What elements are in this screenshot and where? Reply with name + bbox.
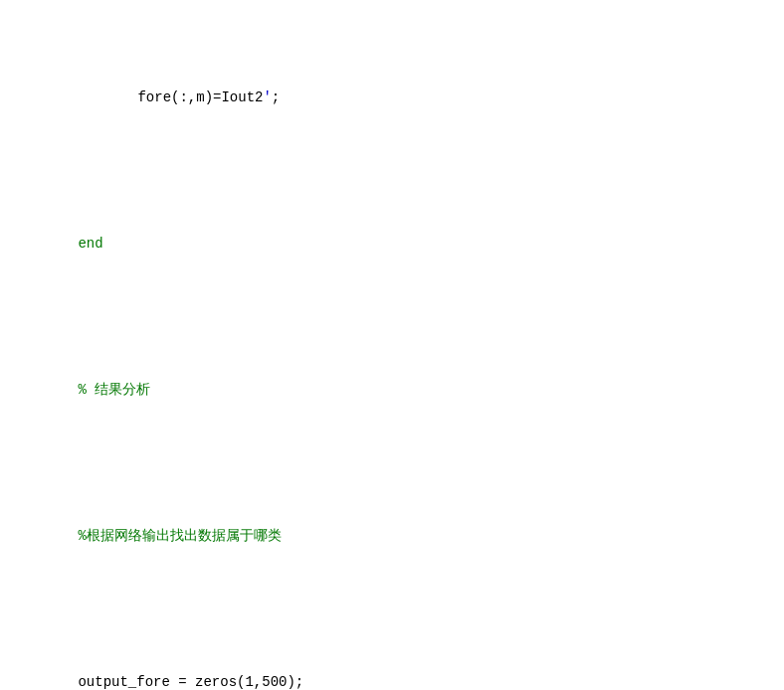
line-content: output_fore = zeros(1,500); xyxy=(28,651,784,690)
code-line: fore(:,m)=Iout2'; xyxy=(0,67,784,129)
line-content: end xyxy=(28,213,784,275)
code-line: %根据网络输出找出数据属于哪类 xyxy=(0,505,784,568)
line-content: %根据网络输出找出数据属于哪类 xyxy=(28,505,784,568)
code-token: end xyxy=(78,236,102,252)
code-token: ; xyxy=(272,89,280,105)
code-line: % 结果分析 xyxy=(0,359,784,422)
code-token: fore(:,m)=Iout2 xyxy=(137,89,263,105)
code-token: % 结果分析 xyxy=(78,382,150,398)
code-line: end xyxy=(0,213,784,275)
code-token: output_fore = zeros(1,500); xyxy=(78,674,303,690)
code-editor: fore(:,m)=Iout2'; end % 结果分析 %根据网络输出找出数据… xyxy=(0,0,784,690)
code-token: %根据网络输出找出数据属于哪类 xyxy=(78,528,281,544)
line-content: % 结果分析 xyxy=(28,359,784,422)
line-content: fore(:,m)=Iout2'; xyxy=(28,67,784,129)
code-line: output_fore = zeros(1,500); xyxy=(0,651,784,690)
code-token: ' xyxy=(263,89,271,105)
